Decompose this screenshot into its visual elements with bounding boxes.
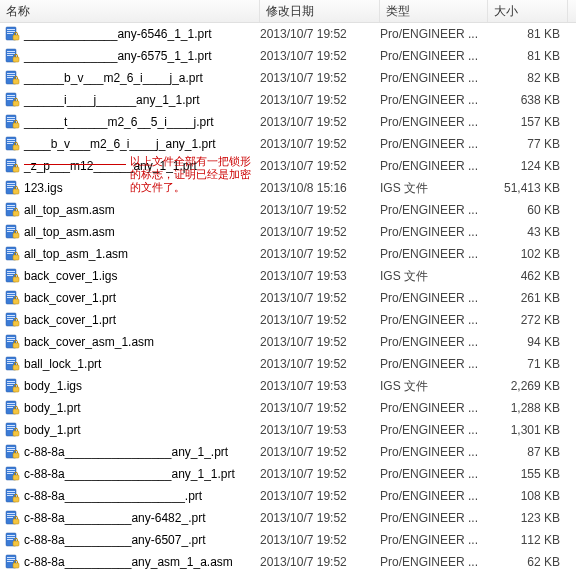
file-size: 272 KB bbox=[488, 313, 568, 327]
svg-rect-109 bbox=[13, 497, 19, 502]
locked-file-icon bbox=[4, 48, 20, 64]
locked-file-icon bbox=[4, 356, 20, 372]
svg-rect-42 bbox=[7, 207, 15, 208]
locked-file-icon bbox=[4, 466, 20, 482]
locked-file-icon bbox=[4, 444, 20, 460]
file-name: all_top_asm_1.asm bbox=[24, 247, 128, 261]
svg-rect-48 bbox=[7, 231, 13, 232]
table-row[interactable]: ____b_v___m2_6_i____j_any_1.prt2013/10/7… bbox=[0, 133, 576, 155]
table-row[interactable]: all_top_asm.asm2013/10/7 19:52Pro/ENGINE… bbox=[0, 221, 576, 243]
svg-rect-39 bbox=[13, 189, 19, 194]
file-name: c-88-8a__________any_asm_1_a.asm bbox=[24, 555, 233, 569]
svg-rect-28 bbox=[7, 143, 13, 144]
file-date: 2013/10/7 19:52 bbox=[260, 225, 380, 239]
table-row[interactable]: c-88-8a__________any-6507_.prt2013/10/7 … bbox=[0, 529, 576, 551]
svg-rect-16 bbox=[7, 95, 15, 96]
svg-rect-21 bbox=[7, 117, 15, 118]
svg-rect-56 bbox=[7, 271, 15, 272]
svg-rect-31 bbox=[7, 161, 15, 162]
file-name: all_top_asm.asm bbox=[24, 203, 115, 217]
svg-rect-54 bbox=[13, 255, 19, 260]
header-size[interactable]: 大小 bbox=[488, 0, 568, 22]
table-row[interactable]: back_cover_1.igs2013/10/7 19:53IGS 文件462… bbox=[0, 265, 576, 287]
locked-file-icon bbox=[4, 400, 20, 416]
file-type: Pro/ENGINEER ... bbox=[380, 467, 488, 481]
file-name: body_1.igs bbox=[24, 379, 82, 393]
table-row[interactable]: back_cover_asm_1.asm2013/10/7 19:52Pro/E… bbox=[0, 331, 576, 353]
svg-rect-119 bbox=[13, 541, 19, 546]
file-date: 2013/10/7 19:52 bbox=[260, 511, 380, 525]
table-row[interactable]: body_1.prt2013/10/7 19:52Pro/ENGINEER ..… bbox=[0, 397, 576, 419]
header-type[interactable]: 类型 bbox=[380, 0, 488, 22]
table-row[interactable]: ______b_v___m2_6_i____j_a.prt2013/10/7 1… bbox=[0, 67, 576, 89]
file-name-cell: body_1.prt bbox=[0, 422, 260, 438]
svg-rect-63 bbox=[7, 297, 13, 298]
svg-rect-97 bbox=[7, 449, 15, 450]
header-name[interactable]: 名称 bbox=[0, 0, 260, 22]
file-list: ______________any-6546_1_1.prt2013/10/7 … bbox=[0, 23, 576, 574]
file-name: ball_lock_1.prt bbox=[24, 357, 101, 371]
svg-rect-22 bbox=[7, 119, 15, 120]
file-name: body_1.prt bbox=[24, 423, 81, 437]
file-type: Pro/ENGINEER ... bbox=[380, 27, 488, 41]
svg-rect-73 bbox=[7, 341, 13, 342]
file-size: 123 KB bbox=[488, 511, 568, 525]
svg-rect-98 bbox=[7, 451, 13, 452]
file-size: 261 KB bbox=[488, 291, 568, 305]
svg-rect-87 bbox=[7, 405, 15, 406]
svg-rect-14 bbox=[13, 79, 19, 84]
table-row[interactable]: c-88-8a________________any_1_1.prt2013/1… bbox=[0, 463, 576, 485]
column-headers: 名称 修改日期 类型 大小 bbox=[0, 0, 576, 23]
svg-rect-34 bbox=[13, 167, 19, 172]
svg-rect-33 bbox=[7, 165, 13, 166]
table-row[interactable]: all_top_asm_1.asm2013/10/7 19:52Pro/ENGI… bbox=[0, 243, 576, 265]
svg-rect-24 bbox=[13, 123, 19, 128]
svg-rect-111 bbox=[7, 513, 15, 514]
file-date: 2013/10/7 19:53 bbox=[260, 423, 380, 437]
svg-rect-13 bbox=[7, 77, 13, 78]
table-row[interactable]: ______t______m2_6__5_i____j.prt2013/10/7… bbox=[0, 111, 576, 133]
file-name: all_top_asm.asm bbox=[24, 225, 115, 239]
svg-rect-89 bbox=[13, 409, 19, 414]
table-row[interactable]: c-88-8a________________any_1_.prt2013/10… bbox=[0, 441, 576, 463]
file-name: c-88-8a__________any-6507_.prt bbox=[24, 533, 205, 547]
file-type: Pro/ENGINEER ... bbox=[380, 401, 488, 415]
table-row[interactable]: ball_lock_1.prt2013/10/7 19:52Pro/ENGINE… bbox=[0, 353, 576, 375]
locked-file-icon bbox=[4, 290, 20, 306]
table-row[interactable]: ______________any-6546_1_1.prt2013/10/7 … bbox=[0, 23, 576, 45]
svg-rect-19 bbox=[13, 101, 19, 106]
table-row[interactable]: c-88-8a__________any-6482_.prt2013/10/7 … bbox=[0, 507, 576, 529]
file-size: 112 KB bbox=[488, 533, 568, 547]
svg-rect-23 bbox=[7, 121, 13, 122]
header-date[interactable]: 修改日期 bbox=[260, 0, 380, 22]
svg-rect-121 bbox=[7, 557, 15, 558]
table-row[interactable]: body_1.igs2013/10/7 19:53IGS 文件2,269 KB bbox=[0, 375, 576, 397]
table-row[interactable]: back_cover_1.prt2013/10/7 19:52Pro/ENGIN… bbox=[0, 287, 576, 309]
file-name-cell: all_top_asm.asm bbox=[0, 202, 260, 218]
svg-rect-103 bbox=[7, 473, 13, 474]
svg-rect-114 bbox=[13, 519, 19, 524]
table-row[interactable]: body_1.prt2013/10/7 19:53Pro/ENGINEER ..… bbox=[0, 419, 576, 441]
svg-rect-32 bbox=[7, 163, 15, 164]
table-row[interactable]: ______i____j______any_1_1.prt2013/10/7 1… bbox=[0, 89, 576, 111]
svg-rect-107 bbox=[7, 493, 15, 494]
file-date: 2013/10/7 19:52 bbox=[260, 49, 380, 63]
table-row[interactable]: all_top_asm.asm2013/10/7 19:52Pro/ENGINE… bbox=[0, 199, 576, 221]
table-row[interactable]: c-88-8a__________any_asm_1_a.asm2013/10/… bbox=[0, 551, 576, 573]
table-row[interactable]: back_cover_1.prt2013/10/7 19:52Pro/ENGIN… bbox=[0, 309, 576, 331]
table-row[interactable]: ______________any-6575_1_1.prt2013/10/7 … bbox=[0, 45, 576, 67]
file-name-cell: ______i____j______any_1_1.prt bbox=[0, 92, 260, 108]
file-date: 2013/10/7 19:52 bbox=[260, 93, 380, 107]
file-name-cell: body_1.prt bbox=[0, 400, 260, 416]
file-name-cell: ______b_v___m2_6_i____j_a.prt bbox=[0, 70, 260, 86]
table-row[interactable]: _z_p___m12______any_1_1.prt2013/10/7 19:… bbox=[0, 155, 576, 177]
file-type: Pro/ENGINEER ... bbox=[380, 533, 488, 547]
file-size: 155 KB bbox=[488, 467, 568, 481]
table-row[interactable]: 123.igs2013/10/8 15:16IGS 文件51,413 KB bbox=[0, 177, 576, 199]
table-row[interactable]: c-88-8a__________________.prt2013/10/7 1… bbox=[0, 485, 576, 507]
file-name: c-88-8a________________any_1_1.prt bbox=[24, 467, 235, 481]
locked-file-icon bbox=[4, 554, 20, 570]
file-size: 108 KB bbox=[488, 489, 568, 503]
file-name-cell: 123.igs bbox=[0, 180, 260, 196]
file-date: 2013/10/7 19:52 bbox=[260, 203, 380, 217]
